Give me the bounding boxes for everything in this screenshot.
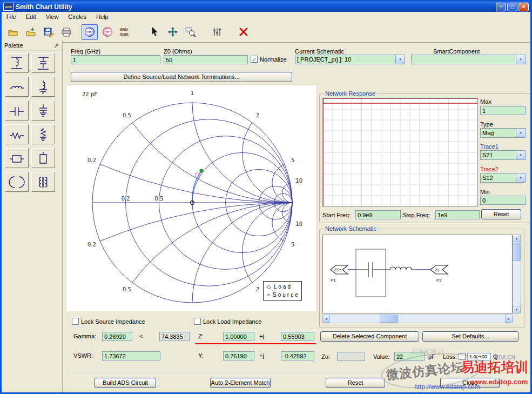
palette-shunt-inductor-grounded[interactable]	[31, 77, 55, 97]
normalize-checkbox[interactable]	[251, 56, 258, 63]
pin-icon[interactable]	[53, 43, 59, 49]
horizontal-scroll-thumb[interactable]	[380, 315, 398, 323]
y-real-input[interactable]	[223, 351, 254, 360]
source-ref-label: P1	[331, 278, 336, 283]
scroll-up-icon[interactable]: ▲	[513, 235, 521, 242]
open-folder-button[interactable]	[5, 24, 21, 40]
chevron-down-icon[interactable]: ▼	[516, 173, 525, 182]
schematic-horizontal-scrollbar[interactable]	[322, 315, 513, 323]
palette-shunt-resistor-grounded[interactable]	[31, 124, 55, 144]
vswr-input[interactable]	[102, 351, 160, 360]
z-real-input[interactable]	[223, 332, 254, 341]
zoom-area-button[interactable]	[183, 24, 199, 40]
freq-input[interactable]	[71, 55, 160, 64]
auto-match-button[interactable]: Auto 2-Element Match	[210, 378, 271, 388]
reset-button[interactable]: Reset	[326, 378, 385, 388]
zo-input[interactable]	[337, 352, 365, 361]
menu-edit[interactable]: Edit	[21, 12, 41, 21]
tune-parameters-button[interactable]	[209, 24, 225, 40]
delete-component-button[interactable]: Delete Selected Component	[320, 331, 419, 342]
lock-source-checkbox[interactable]	[72, 318, 79, 325]
inductor-symbol[interactable]	[386, 267, 416, 270]
menu-view[interactable]: View	[41, 12, 64, 21]
open-import-button[interactable]	[23, 24, 39, 40]
svg-text:5: 5	[291, 157, 294, 163]
zo-label: Zo:	[321, 353, 330, 360]
type-label: Type	[480, 121, 493, 128]
palette-shunt-stub-open[interactable]	[5, 53, 29, 73]
palette-series-resistor[interactable]	[5, 124, 29, 144]
minimize-button[interactable]: –	[496, 3, 506, 11]
capacitor-symbol[interactable]	[356, 262, 386, 277]
palette-shunt-capacitor-grounded[interactable]	[31, 101, 55, 121]
circle-labels-button[interactable]: ØRØXØGØB	[117, 24, 133, 40]
smartcomponent-label: SmartComponent	[433, 48, 480, 55]
start-freq-input[interactable]	[355, 210, 401, 219]
palette-transformer[interactable]	[31, 172, 55, 192]
selected-component-box[interactable]	[356, 249, 386, 297]
max-input[interactable]	[480, 106, 526, 115]
min-input[interactable]	[480, 196, 526, 205]
menu-file[interactable]: File	[2, 12, 21, 21]
loss-checkbox[interactable]	[459, 353, 466, 360]
scroll-left-icon[interactable]: ◄	[322, 315, 330, 323]
svg-text:0.2: 0.2	[87, 157, 96, 163]
loss-input[interactable]	[467, 353, 491, 360]
delete-tool-button[interactable]	[235, 24, 252, 40]
palette-header: Palette	[2, 41, 62, 51]
set-defaults-button[interactable]: Set Defaults...	[422, 331, 518, 342]
chevron-down-icon[interactable]: ▼	[395, 55, 405, 64]
chevron-down-icon[interactable]: ▼	[516, 55, 525, 64]
menu-help[interactable]: Help	[91, 12, 113, 21]
legend-load-label: Load	[274, 284, 292, 290]
value-input[interactable]	[394, 352, 425, 361]
close-window-button[interactable]: ×	[518, 3, 529, 11]
smith-admittance-button[interactable]	[99, 24, 116, 40]
z-imag-input[interactable]	[281, 332, 314, 341]
footer-separator	[68, 372, 530, 373]
palette-series-inductor[interactable]	[5, 77, 29, 97]
z-highlight-underline	[195, 343, 316, 344]
vertical-scroll-thumb[interactable]	[513, 243, 521, 261]
pan-move-button[interactable]	[165, 24, 181, 40]
smith-chart-svg[interactable]: 0.20.20.50.51225510100.20.522 pF	[70, 87, 315, 310]
gamma-mag-input[interactable]	[102, 332, 132, 341]
palette-open-stub-arcs[interactable]	[5, 172, 29, 192]
gamma-angle-input[interactable]	[159, 332, 190, 341]
z0-input[interactable]	[164, 55, 248, 64]
z-plus-j-label: +j	[259, 333, 264, 339]
close-button[interactable]: Close	[440, 378, 500, 388]
build-ads-circuit-button[interactable]: Build ADS Circuit	[95, 378, 156, 388]
network-response-plot[interactable]	[322, 98, 478, 207]
menu-circles[interactable]: Circles	[63, 12, 91, 21]
chevron-down-icon[interactable]: ▼	[516, 129, 525, 137]
title-bar[interactable]: ADS Smith Chart Utility – □ ×	[2, 2, 530, 12]
chevron-down-icon[interactable]: ▼	[516, 151, 525, 159]
palette-shunt-stub-short[interactable]	[31, 53, 55, 73]
palette-series-tline[interactable]	[5, 148, 29, 168]
maximize-button[interactable]: □	[507, 3, 517, 11]
current-schematic-value: [ PROJECT_prj ]: 10	[295, 55, 395, 64]
y-imag-input[interactable]	[281, 351, 314, 360]
trace1-select[interactable]: S21 ▼	[480, 150, 526, 160]
network-schematic-canvas[interactable]: ZS* P1 ZL P2	[322, 235, 513, 313]
select-cursor-button[interactable]	[147, 24, 163, 40]
trace2-select[interactable]: S12 ▼	[480, 173, 526, 183]
palette-series-capacitor[interactable]	[5, 101, 29, 121]
smith-impedance-button[interactable]	[82, 24, 98, 40]
current-schematic-select[interactable]: [ PROJECT_prj ]: 10 ▼	[295, 55, 405, 64]
type-select[interactable]: Mag ▼	[480, 128, 526, 138]
z-label: Z:	[198, 333, 204, 339]
define-terminations-button[interactable]: Define Source/Load Network Terminations.…	[71, 72, 292, 82]
print-button[interactable]	[58, 24, 75, 40]
scroll-down-icon[interactable]: ▼	[513, 306, 521, 313]
response-reset-button[interactable]: Reset	[481, 209, 521, 219]
trace1-value: S21	[481, 151, 516, 159]
lock-load-checkbox[interactable]	[194, 318, 201, 325]
palette-shunt-tline[interactable]	[31, 148, 55, 168]
svg-text:1: 1	[191, 90, 194, 96]
save-annotate-button[interactable]	[41, 24, 57, 40]
stop-freq-input[interactable]	[435, 210, 480, 219]
smartcomponent-select[interactable]: ▼	[411, 55, 526, 64]
scroll-right-icon[interactable]: ►	[505, 315, 513, 323]
